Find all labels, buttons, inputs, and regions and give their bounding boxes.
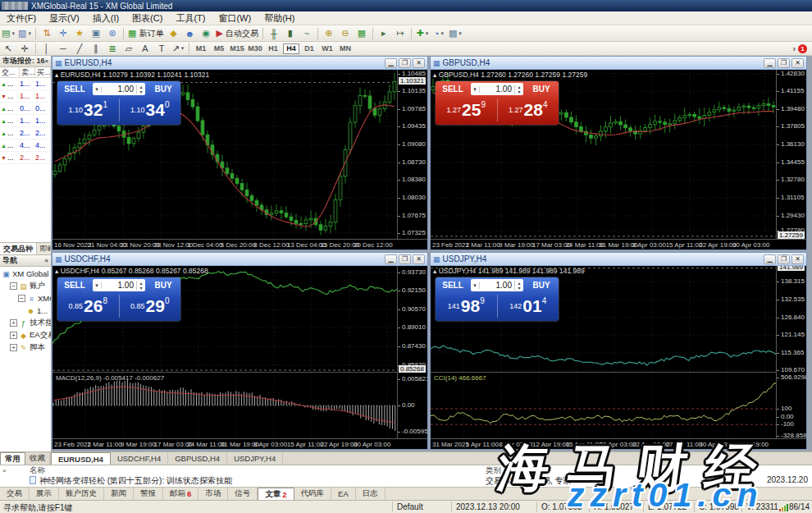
text-button[interactable]: A <box>138 42 153 55</box>
buy-button[interactable]: BUY <box>146 281 180 290</box>
market-watch-row[interactable]: ▲...1...1... <box>0 78 51 90</box>
expand-icon[interactable]: + <box>10 332 17 339</box>
chart-window-titlebar[interactable]: ▦EURUSD,H4▁❐✕ <box>52 57 427 70</box>
navigator-item[interactable]: −≡XMG... <box>0 292 51 305</box>
restore-button[interactable]: ❐ <box>399 58 411 68</box>
expand-icon[interactable]: + <box>10 319 17 327</box>
price-scale[interactable]: 1.104851.101351.097851.094351.090801.087… <box>397 70 427 240</box>
terminal-tab-日志[interactable]: 日志 <box>356 488 385 500</box>
metaeditor-button[interactable]: ◆ <box>166 27 180 40</box>
chart-area[interactable]: MACD(12,26,9) -0.005417 -0.0006270.93730… <box>52 266 427 449</box>
auto-scroll-button[interactable]: ▸ <box>376 27 391 40</box>
new-chart-button[interactable]: ▤▾ <box>1 27 16 40</box>
menu-item-4[interactable]: 工具(T) <box>169 12 212 25</box>
chart-tab-usdchf[interactable]: USDCHF,H4 <box>111 452 168 465</box>
market-watch-button[interactable]: ⇅ <box>39 27 54 40</box>
time-scale[interactable]: 23 Feb 20212 Mar 11:009 Mar 19:0017 Mar … <box>52 438 427 449</box>
menu-item-6[interactable]: 帮助(H) <box>258 12 301 25</box>
collapse-icon[interactable]: − <box>18 295 25 302</box>
navigator-item[interactable]: −▤账户 <box>0 280 51 292</box>
market-watch-row[interactable]: ▼...1...1... <box>0 90 51 103</box>
experts-button[interactable]: ☻ <box>182 27 197 40</box>
market-watch-row[interactable]: ▲...0...0... <box>0 103 51 115</box>
sell-price[interactable]: 141989 <box>436 293 497 319</box>
bar-chart-button[interactable]: ╫ <box>267 27 281 40</box>
price-scale[interactable]: 0.937300.921500.905700.890100.874300.858… <box>397 266 427 438</box>
timeframe-button-h1[interactable]: H1 <box>265 44 281 54</box>
buy-price[interactable]: 0.85290 <box>120 293 181 319</box>
market-watch-row[interactable]: ▼...2...2... <box>0 152 51 164</box>
terminal-tab-账户历史[interactable]: 账户历史 <box>59 488 104 500</box>
buy-price[interactable]: 1.10340 <box>120 97 181 123</box>
strategy-tester-button[interactable]: ⊚ <box>105 27 120 40</box>
menu-item-1[interactable]: 显示(V) <box>43 12 86 25</box>
timeframe-button-m30[interactable]: M30 <box>247 44 263 54</box>
close-icon[interactable]: × <box>2 467 7 474</box>
terminal-tab-展示[interactable]: 展示 <box>30 488 59 500</box>
terminal-button[interactable]: ▣ <box>89 27 103 40</box>
menu-item-0[interactable]: 文件(F) <box>0 12 43 25</box>
navigator-item[interactable]: ▣XM Global <box>0 268 51 280</box>
expand-icon[interactable]: + <box>10 344 17 351</box>
terminal-tab-市场[interactable]: 市场 <box>198 488 228 500</box>
periods-button[interactable]: ◔▾ <box>431 27 446 40</box>
sell-price[interactable]: 0.85268 <box>57 293 119 319</box>
market-watch-tab-1[interactable]: 即时图表 <box>37 243 51 254</box>
collapse-panel-icon[interactable]: ▴ <box>433 71 439 79</box>
navigator-item[interactable]: ☻1... <box>0 305 51 317</box>
sell-price[interactable]: 1.10321 <box>57 97 119 123</box>
volume-input[interactable]: ▾1.00▴▾ <box>93 279 145 291</box>
chart-tab-usdjpy[interactable]: USDJPY,H4 <box>227 452 283 465</box>
shapes-button[interactable]: ▱ <box>121 42 136 55</box>
sell-price[interactable]: 1.27259 <box>436 97 497 123</box>
timeframe-button-w1[interactable]: W1 <box>319 44 335 54</box>
horizontal-line-button[interactable]: ─ <box>56 42 71 55</box>
restore-button[interactable]: ❐ <box>778 58 790 68</box>
line-chart-button[interactable]: ~ <box>299 27 314 40</box>
sell-button[interactable]: SELL <box>57 281 92 290</box>
terminal-tab-新闻[interactable]: 新闻 <box>104 488 134 500</box>
chart-shift-button[interactable]: ↦ <box>393 27 408 40</box>
vertical-line-button[interactable]: │ <box>39 42 54 55</box>
terminal-tab-警报[interactable]: 警报 <box>134 488 163 500</box>
menu-item-3[interactable]: 图表(C) <box>125 12 169 25</box>
timeframe-button-m5[interactable]: M5 <box>211 44 227 54</box>
market-watch-col-0[interactable]: 交... <box>0 67 20 77</box>
terminal-name-column-header[interactable]: 名称 <box>30 465 45 475</box>
chart-window-titlebar[interactable]: ▦USDCHF,H4▁❐✕ <box>52 253 427 266</box>
sell-button[interactable]: SELL <box>436 85 470 94</box>
cursor-button[interactable]: ↖ <box>1 42 16 55</box>
market-watch-row[interactable]: ▲...1...1... <box>0 115 51 127</box>
timeframe-button-mn[interactable]: MN <box>337 44 354 54</box>
collapse-icon[interactable]: − <box>10 282 17 290</box>
market-watch-col-2[interactable]: 买... <box>35 67 51 77</box>
arrows-button[interactable]: ↗▾ <box>171 42 185 55</box>
data-window-button[interactable]: ✛ <box>56 27 71 40</box>
zoom-in-button[interactable]: ⊕ <box>322 27 336 40</box>
market-watch-col-1[interactable]: 卖... <box>20 67 35 77</box>
chart-window-titlebar[interactable]: ▦USDJPY,H4▁❐✕ <box>431 253 806 266</box>
volume-dropdown-icon[interactable]: ▾ <box>93 86 102 93</box>
buy-button[interactable]: BUY <box>146 85 180 94</box>
time-scale[interactable]: 23 Feb 20212 Mar 11:009 Mar 19:0017 Mar … <box>431 239 806 250</box>
time-scale[interactable]: 16 Nov 202321 Nov 04:0023 Nov 20:0028 No… <box>52 239 427 250</box>
minimize-button[interactable]: ▁ <box>764 58 776 68</box>
tile-windows-button[interactable]: ▦ <box>354 27 369 40</box>
navigator-button[interactable]: ★ <box>72 27 87 40</box>
notifications-indicator[interactable]: ◗ 1 <box>791 44 807 53</box>
price-scale[interactable]: 1.428301.411551.394801.378051.361301.344… <box>776 70 806 240</box>
equidistant-channel-button[interactable]: ∥ <box>89 42 103 55</box>
timeframe-button-m1[interactable]: M1 <box>193 44 209 54</box>
sell-button[interactable]: SELL <box>57 85 92 94</box>
restore-button[interactable]: ❐ <box>778 254 790 264</box>
terminal-tab-交易[interactable]: 交易 <box>0 488 30 500</box>
article-row[interactable]: 神经网络变得轻松 (第四十五部分): 训练状态探索技能 <box>30 475 472 487</box>
chart-tab-eurusd[interactable]: EURUSD,H4 <box>51 452 111 465</box>
sell-button[interactable]: SELL <box>436 281 470 290</box>
text-label-button[interactable]: T <box>154 42 169 55</box>
market-watch-tab-0[interactable]: 交易品种 <box>0 243 37 254</box>
buy-price[interactable]: 142014 <box>498 293 559 319</box>
timeframe-button-d1[interactable]: D1 <box>301 44 317 54</box>
fibonacci-button[interactable]: ≣ <box>105 42 120 55</box>
scripts-button[interactable]: ◉ <box>198 27 213 40</box>
